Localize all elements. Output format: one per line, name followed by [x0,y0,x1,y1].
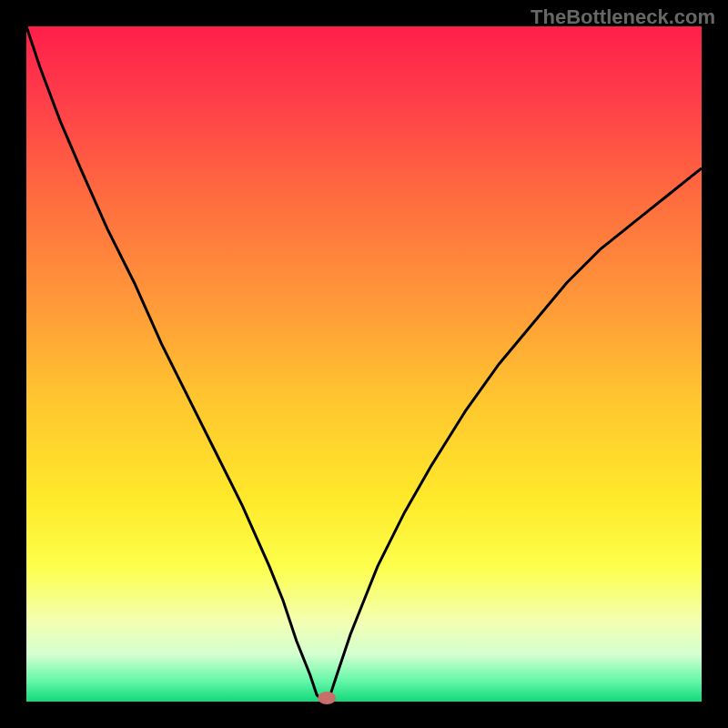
watermark-text: TheBottleneck.com [531,5,715,29]
minimum-marker [318,692,336,704]
bottleneck-chart [0,0,728,728]
chart-container: TheBottleneck.com [0,0,728,728]
